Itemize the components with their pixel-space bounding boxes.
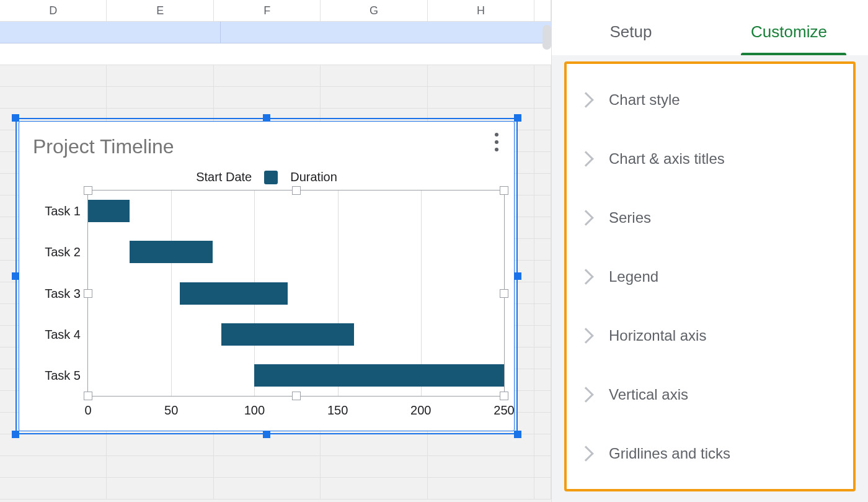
chart-legend: Start Date Duration: [19, 170, 514, 184]
x-tick-label: 0: [84, 403, 91, 418]
accordion-item[interactable]: Chart & axis titles: [567, 129, 853, 188]
chart-editor-panel: Setup Customize Chart styleChart & axis …: [552, 0, 868, 502]
chart-canvas[interactable]: Project Timeline Start Date Duration: [19, 121, 515, 431]
accordion-item[interactable]: Legend: [567, 247, 853, 306]
spreadsheet-area[interactable]: D E F G H Project Timeline: [0, 0, 552, 502]
y-tick-label: Task 1: [45, 204, 81, 218]
y-tick-label: Task 5: [45, 368, 81, 382]
accordion-label: Series: [609, 209, 651, 226]
x-tick-label: 250: [494, 403, 514, 418]
accordion-label: Legend: [609, 268, 658, 285]
accordion-item[interactable]: Chart style: [567, 70, 853, 129]
chart-object[interactable]: Project Timeline Start Date Duration: [16, 118, 518, 434]
col-header[interactable]: F: [214, 0, 321, 22]
accordion-label: Chart style: [609, 91, 680, 109]
chart-menu-button[interactable]: [490, 133, 503, 151]
customize-sections: Chart styleChart & axis titlesSeriesLege…: [564, 61, 856, 491]
chart-bar: [254, 364, 504, 387]
col-header[interactable]: [534, 0, 551, 22]
column-headers: D E F G H: [0, 0, 551, 22]
chart-plot-area: 050100150200250Task 1Task 2Task 3Task 4T…: [87, 190, 505, 397]
tab-setup[interactable]: Setup: [552, 22, 710, 53]
scrollbar-thumb[interactable]: [542, 25, 551, 50]
chevron-right-icon: [578, 328, 593, 343]
accordion-label: Vertical axis: [609, 386, 688, 403]
legend-label: Start Date: [196, 170, 252, 184]
chevron-right-icon: [578, 387, 593, 402]
col-header[interactable]: E: [107, 0, 213, 22]
legend-swatch: [264, 171, 278, 184]
chevron-right-icon: [578, 446, 593, 461]
chart-bar: [221, 323, 355, 346]
chevron-right-icon: [578, 269, 593, 284]
accordion-label: Gridlines and ticks: [609, 445, 730, 462]
chart-title: Project Timeline: [33, 135, 174, 158]
chevron-right-icon: [578, 151, 593, 166]
chart-bar: [180, 282, 288, 305]
chevron-right-icon: [578, 92, 593, 107]
y-tick-label: Task 2: [45, 245, 81, 259]
chevron-right-icon: [578, 210, 593, 225]
col-header[interactable]: H: [428, 0, 534, 22]
col-header[interactable]: G: [321, 0, 427, 22]
x-tick-label: 150: [327, 403, 348, 418]
chart-bar: [130, 241, 213, 263]
y-tick-label: Task 4: [45, 327, 81, 341]
x-tick-label: 100: [244, 403, 265, 418]
accordion-item[interactable]: Series: [567, 188, 853, 247]
accordion-item[interactable]: Gridlines and ticks: [567, 424, 853, 483]
accordion-item[interactable]: Vertical axis: [567, 365, 853, 424]
row[interactable]: [0, 43, 551, 65]
accordion-label: Chart & axis titles: [609, 150, 725, 168]
legend-label: Duration: [290, 170, 337, 184]
x-tick-label: 50: [164, 403, 178, 418]
y-tick-label: Task 3: [45, 286, 81, 300]
accordion-item[interactable]: Horizontal axis: [567, 306, 853, 365]
tab-customize[interactable]: Customize: [710, 22, 868, 53]
chart-bar: [88, 200, 130, 222]
x-tick-label: 200: [410, 403, 431, 418]
chart-editor-tabs: Setup Customize: [552, 0, 868, 53]
selected-row[interactable]: [0, 22, 551, 43]
col-header[interactable]: D: [0, 0, 107, 22]
accordion-label: Horizontal axis: [609, 327, 706, 344]
